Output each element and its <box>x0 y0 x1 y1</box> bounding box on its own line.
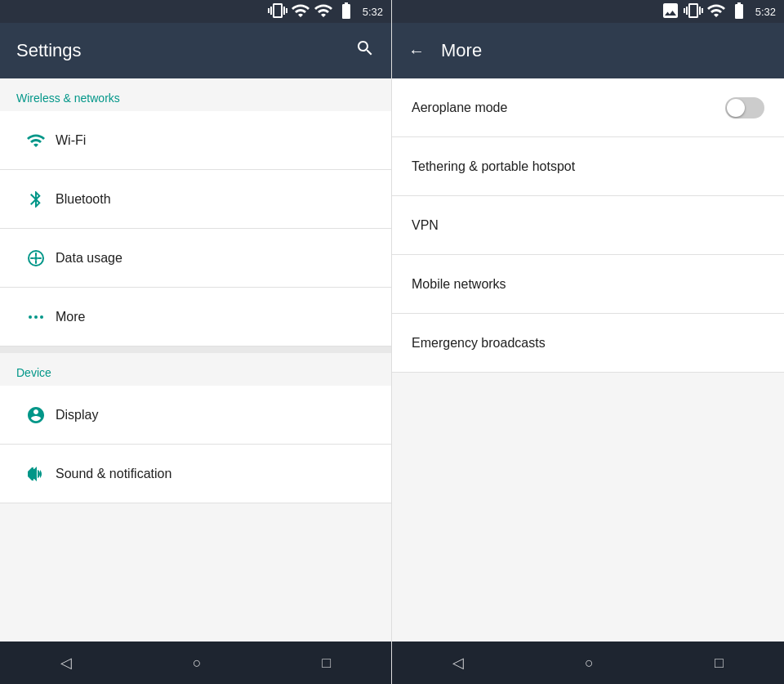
battery-icon <box>336 1 356 23</box>
status-icons-left: 5:32 <box>268 1 383 23</box>
left-panel: 5:32 Settings Wireless & networks Wi-Fi … <box>0 0 392 684</box>
signal-icon-right <box>706 1 726 23</box>
bluetooth-label: Bluetooth <box>56 192 111 207</box>
status-bar-left: 5:32 <box>0 0 391 23</box>
sound-icon <box>16 464 56 484</box>
aeroplane-label: Aeroplane mode <box>412 101 507 115</box>
toggle-knob <box>727 99 745 117</box>
more-label: More <box>56 310 85 324</box>
wifi-item[interactable]: Wi-Fi <box>0 111 391 170</box>
more-title: More <box>441 40 482 61</box>
more-header: ← More <box>392 23 784 78</box>
wireless-section-header: Wireless & networks <box>0 78 391 111</box>
sound-label: Sound & notification <box>56 467 172 481</box>
vibrate-icon-right <box>684 1 703 23</box>
display-icon <box>16 405 56 425</box>
wifi-icon <box>16 131 56 150</box>
home-button-left[interactable]: ○ <box>176 646 218 680</box>
emergency-item[interactable]: Emergency broadcasts <box>392 314 784 373</box>
battery-icon-right <box>729 1 749 23</box>
settings-title: Settings <box>16 40 82 61</box>
wifi-icon-status <box>314 1 333 23</box>
mobile-networks-label: Mobile networks <box>412 277 506 292</box>
sound-item[interactable]: Sound & notification <box>0 445 391 503</box>
more-icon <box>16 307 56 327</box>
device-section-header: Device <box>0 353 391 386</box>
vibrate-icon <box>268 1 287 23</box>
recents-button-left[interactable]: □ <box>305 646 347 680</box>
time-right: 5:32 <box>755 6 776 18</box>
vpn-label: VPN <box>412 218 439 233</box>
back-button-right[interactable]: ◁ <box>436 646 480 680</box>
aeroplane-toggle[interactable] <box>725 97 764 118</box>
emergency-label: Emergency broadcasts <box>412 336 546 351</box>
more-content: Aeroplane mode Tethering & portable hots… <box>392 78 784 642</box>
nav-bar-left: ◁ ○ □ <box>0 642 391 684</box>
tethering-label: Tethering & portable hotspot <box>412 159 575 174</box>
settings-content: Wireless & networks Wi-Fi Bluetooth Data… <box>0 78 391 642</box>
header-left: ← More <box>408 40 482 61</box>
time-left: 5:32 <box>363 6 383 18</box>
aeroplane-item[interactable]: Aeroplane mode <box>392 78 784 137</box>
svg-point-1 <box>34 257 38 260</box>
svg-point-2 <box>29 315 32 319</box>
wifi-label: Wi-Fi <box>56 133 86 148</box>
data-usage-label: Data usage <box>56 251 122 266</box>
photo-icon-status <box>661 1 680 23</box>
svg-point-3 <box>34 315 38 319</box>
search-button[interactable] <box>355 38 375 63</box>
settings-header: Settings <box>0 23 391 78</box>
more-item[interactable]: More <box>0 288 391 346</box>
vpn-item[interactable]: VPN <box>392 196 784 255</box>
bluetooth-item[interactable]: Bluetooth <box>0 170 391 229</box>
status-icons-right: 5:32 <box>661 1 776 23</box>
recents-button-right[interactable]: □ <box>698 646 740 680</box>
display-label: Display <box>56 408 98 422</box>
nav-bar-right: ◁ ○ □ <box>392 642 784 684</box>
back-button-header[interactable]: ← <box>408 42 425 60</box>
data-usage-item[interactable]: Data usage <box>0 229 391 288</box>
bluetooth-icon <box>16 190 56 209</box>
status-bar-right: 5:32 <box>392 0 784 23</box>
section-divider <box>0 346 391 353</box>
mobile-networks-item[interactable]: Mobile networks <box>392 255 784 314</box>
home-button-right[interactable]: ○ <box>568 646 610 680</box>
signal-icon <box>291 1 310 23</box>
tethering-item[interactable]: Tethering & portable hotspot <box>392 137 784 196</box>
back-button-left[interactable]: ◁ <box>44 646 88 680</box>
data-usage-icon <box>16 248 56 268</box>
right-panel: 5:32 ← More Aeroplane mode Tethering & p… <box>392 0 784 684</box>
display-item[interactable]: Display <box>0 386 391 445</box>
svg-point-4 <box>40 315 43 319</box>
